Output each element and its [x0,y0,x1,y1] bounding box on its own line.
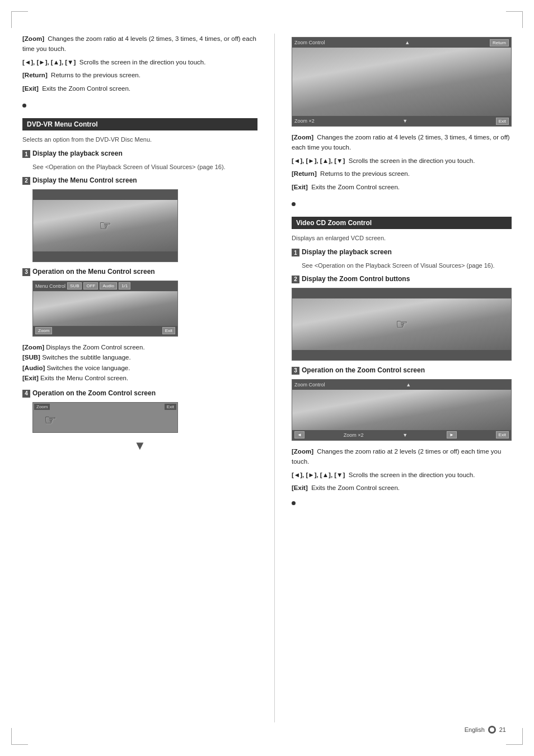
vcd-step-1-num: 1 [292,249,299,256]
screen-right-return-btn: Return [490,39,509,46]
step-3-label: Operation on the Menu Control screen [32,268,155,276]
step-3-row: 3 Operation on the Menu Control screen [22,268,257,276]
vcd-exit-key2: [Exit] [292,484,308,491]
dvd-vr-section-subtitle: Selects an option from the DVD-VR Disc M… [22,135,257,144]
page-number-text: 21 [499,726,506,733]
screen-vcdz-zoom: Zoom ×2 [344,432,364,438]
bullet-dot-right [292,200,512,208]
step3-zoom-desc: Displays the Zoom Control screen. [46,344,144,351]
screen-right-zoom-x2: Zoom ×2 [294,118,315,124]
step-2-num: 2 [22,177,30,185]
screen-menuctl-sub: SUB [67,282,82,290]
screen-mockup-menu: ☞ [32,189,178,262]
screen-mockup-vcd-hand: ☞ [292,288,512,361]
screen-menu-content: ☞ [33,200,177,251]
screen-right-exit-btn: Exit [496,118,509,125]
page-number-area: English 21 [465,726,506,734]
screen-vcd-bottom [292,350,511,360]
bullet-dot-left [22,101,257,109]
left-column: [Zoom] Changes the zoom ratio at 4 level… [22,34,257,722]
screen-vcdz-bottom: ◄ Zoom ×2 ▼ ► Exit [292,430,511,440]
dvd-vr-section-header: DVD-VR Menu Control [22,118,257,130]
page-language: English [465,726,485,733]
right-arrows-desc: Scrolls the screen in the direction you … [349,157,475,164]
vcd-step-1-row: 1 Display the playback screen [292,248,512,256]
screen-mockup-zoom4: Zoom Exit ☞ [32,402,178,433]
step-4-row: 4 Operation on the Zoom Control screen [22,389,257,398]
screen-vcdz-exit: Exit [496,431,509,438]
hand-cursor-icon: ☞ [99,218,111,234]
step3-exit-desc: Exits the Menu Control screen. [40,375,128,381]
step-1-num: 1 [22,150,30,158]
page-body: [Zoom] Changes the zoom ratio at 4 level… [0,0,534,756]
vcd-step-2-num: 2 [292,276,299,283]
screen-right-toolbar: Zoom Control ▲ Return [292,38,511,48]
exit-desc-left: Exits the Zoom Control screen. [42,85,130,92]
vcd-step-3-controls: [Zoom] Changes the zoom ratio at 2 level… [292,446,512,493]
screen-vcdz-down: ▼ [402,432,407,438]
screen-right-content [292,48,511,116]
step3-sub-desc: Switches the subtitle language. [42,354,131,361]
step-2-label: Display the Menu Control screen [32,176,137,184]
vcd-exit-desc2: Exits the Zoom Control screen. [311,484,400,491]
right-zoom-desc: Changes the zoom ratio at 4 levels (2 ti… [292,134,510,151]
step3-sub-key: [SUB] [22,354,40,361]
hand-icon-vcd: ☞ [396,316,408,332]
corner-mark-bl [11,728,28,745]
screen-menu-bottom [33,251,177,262]
corner-mark-br [506,728,523,745]
corner-mark-tl [11,11,28,28]
screen4-exit-label: Exit [165,404,176,410]
column-separator [274,34,275,722]
screen4-zoom-label: Zoom [34,404,50,410]
step3-zoom-key: [Zoom] [22,344,44,351]
right-intro-block: [Zoom] Changes the zoom ratio at 4 level… [292,132,512,192]
down-arrow: ▼ [22,438,257,453]
screen-menuctl-page: 1/1 [119,282,130,290]
arrows-desc-left: Scrolls the screen in the direction you … [79,59,206,66]
screen-vcd-content: ☞ [292,298,511,350]
step3-audio-key: [Audio] [22,365,45,371]
screen-menuctl-toolbar: Menu Control SUB OFF Audio 1/1 [33,281,177,291]
left-intro-block: [Zoom] Changes the zoom ratio at 4 level… [22,34,257,94]
screen-right-toolbar-left: Zoom Control [294,40,325,45]
vcd-step-3-row: 3 Operation on the Zoom Control screen [292,366,512,375]
screen-right-down-arrow: ▼ [402,118,407,124]
screen-vcdz-right: ► [447,431,457,438]
page-circle-icon [488,726,496,734]
screen-right-bottom: Zoom ×2 ▼ Exit [292,116,511,126]
right-return-desc: Returns to the previous screen. [320,170,410,177]
zoom-key-left: [Zoom] [22,35,44,42]
step-3-controls: [Zoom] Displays the Zoom Control screen.… [22,342,257,384]
screen-vcdz-label: Zoom Control [294,382,325,388]
step-3-num: 3 [22,268,30,276]
right-exit-desc: Exits the Zoom Control screen. [311,184,400,190]
vcd-step-1-label: Display the playback screen [302,248,392,256]
return-desc-left: Returns to the previous screen. [51,72,140,78]
right-zoom-key: [Zoom] [292,134,313,141]
screen-menu-toolbar [33,190,177,200]
hand-icon-zoom4: ☞ [44,412,57,428]
screen-vcd-toolbar [292,288,511,298]
screen-menuctl-label: Menu Control [35,283,65,289]
step-1-row: 1 Display the playback screen [22,150,257,158]
bullet-dot-right-bottom [292,499,512,507]
screen-menuctl-bottom: Zoom Exit [33,326,177,336]
step-1-desc: See <Operation on the Playback Screen of… [32,162,257,172]
screen-menuctl-zoom-btn: Zoom [35,327,52,334]
vcd-zoom-desc: Changes the zoom ratio at 2 levels (2 ti… [292,448,501,465]
right-column: Zoom Control ▲ Return Zoom ×2 ▼ Exit [Zo… [292,34,512,722]
right-return-key: [Return] [292,170,317,177]
vcd-zoom-key: [Zoom] [292,448,313,455]
screen-right-toolbar-up: ▲ [405,40,410,45]
vcd-arrows-desc2: Scrolls the screen in the direction you … [349,472,475,478]
step-4-num: 4 [22,390,30,398]
page-circle-inner [490,727,494,732]
screen-mockup-right-top: Zoom Control ▲ Return Zoom ×2 ▼ Exit [292,37,512,127]
vcd-step-1-desc: See <Operation on the Playback Screen of… [302,261,512,270]
exit-key-left: [Exit] [22,85,39,92]
vcd-step-3-label: Operation on the Zoom Control screen [302,366,425,374]
vcd-step-3-num: 3 [292,367,299,375]
vcd-step-2-row: 2 Display the Zoom Control buttons [292,275,512,283]
screen-vcdz-content [292,390,511,430]
